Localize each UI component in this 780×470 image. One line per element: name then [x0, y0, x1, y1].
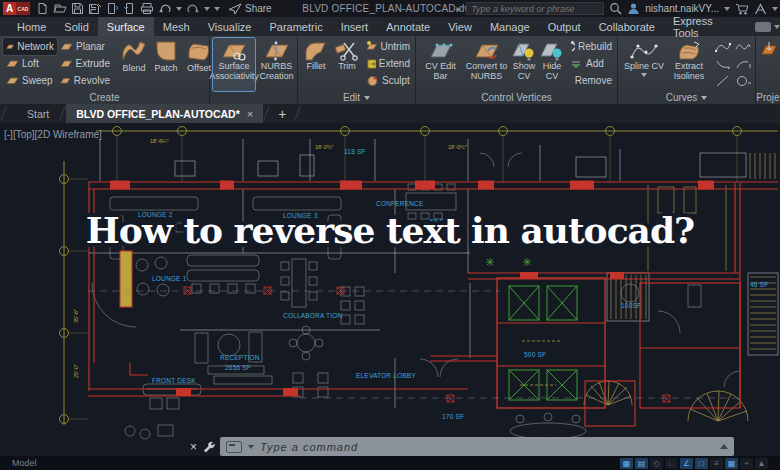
command-dropdown-icon[interactable] [248, 445, 254, 449]
sweep-button[interactable]: Sweep [3, 72, 57, 89]
username[interactable]: nishant.naikVY... [645, 3, 719, 14]
blend-button[interactable]: Blend [119, 38, 149, 91]
lineweight-toggle-icon[interactable]: ≡ [710, 458, 723, 469]
osnap-toggle-icon[interactable]: □ [695, 458, 708, 469]
grid-toggle-icon[interactable]: ▦ [620, 458, 633, 469]
fillet-button[interactable]: Fillet [301, 38, 331, 91]
new-file-icon[interactable] [36, 2, 49, 15]
panel-label-project[interactable]: Proje [756, 91, 780, 104]
ortho-toggle-icon[interactable]: ∟ [665, 458, 678, 469]
redo-dropdown-icon[interactable] [204, 7, 210, 11]
viewport-minimize-control[interactable]: [-] [4, 129, 13, 140]
model-space-label[interactable]: Model [12, 458, 37, 468]
new-drawing-tab-button[interactable]: + [270, 104, 294, 123]
line-icon[interactable] [715, 75, 731, 87]
spline-cv-button[interactable]: Spline CV [621, 38, 667, 91]
close-tab-icon[interactable]: × [247, 108, 253, 120]
patch-button[interactable]: Patch [151, 38, 181, 91]
circle-icon[interactable] [735, 75, 751, 87]
save-icon[interactable] [71, 2, 84, 15]
freehand-sketch-icon[interactable] [735, 41, 751, 53]
project-geometry-icon[interactable] [760, 40, 778, 60]
selection-cycling-icon[interactable]: + [740, 458, 753, 469]
qat-customize-icon[interactable] [214, 7, 220, 11]
polar-tracking-icon[interactable]: ∠ [680, 458, 693, 469]
command-input-bar[interactable]: Type a command [220, 437, 734, 456]
tab-insert[interactable]: Insert [332, 17, 378, 36]
close-command-line-icon[interactable]: × [190, 440, 197, 454]
save-as-icon[interactable] [88, 2, 102, 15]
extend-button[interactable]: Extend [363, 55, 413, 72]
transparency-toggle-icon[interactable]: ▦ [725, 458, 738, 469]
command-history-icon[interactable] [720, 444, 728, 449]
open-web-mobile-icon[interactable] [106, 2, 119, 15]
tab-output[interactable]: Output [539, 17, 590, 36]
tab-parametric[interactable]: Parametric [260, 17, 331, 36]
recent-commands-icon[interactable] [226, 441, 242, 453]
panel-label-create[interactable]: Create [0, 91, 209, 104]
tab-view[interactable]: View [439, 17, 481, 36]
tab-surface[interactable]: Surface [98, 17, 154, 36]
panel-label-edit[interactable]: Edit [298, 91, 415, 104]
tab-annotate[interactable]: Annotate [377, 17, 439, 36]
tab-solid[interactable]: Solid [55, 17, 97, 36]
quick-access-toolbar [36, 2, 220, 15]
tab-collaborate[interactable]: Collaborate [590, 17, 664, 36]
add-button[interactable]: Add [567, 55, 615, 72]
planar-button[interactable]: Planar [57, 38, 113, 55]
show-cv-button[interactable]: Show CV [511, 38, 537, 91]
viewport-visual-style-control[interactable]: [2D Wireframe] [35, 129, 102, 140]
snap-toggle-icon[interactable]: ▤ [635, 458, 648, 469]
search-input[interactable] [466, 2, 604, 15]
redo-icon[interactable] [186, 3, 200, 15]
remove-button[interactable]: Remove [567, 72, 615, 89]
sculpt-button[interactable]: Sculpt [363, 72, 413, 89]
tab-home[interactable]: Home [8, 17, 55, 36]
autodesk-a-icon[interactable] [754, 3, 767, 15]
convert-to-nurbs-button[interactable]: Convert to NURBS [464, 38, 509, 91]
drawing-canvas[interactable]: [-][Top][2D Wireframe] 118 SF LOUNGE 2 L… [0, 123, 780, 470]
hide-cv-button[interactable]: Hide CV [539, 38, 565, 91]
loft-button[interactable]: Loft [3, 55, 57, 72]
arc-icon[interactable] [735, 58, 751, 70]
file-tab-start[interactable]: Start [17, 104, 59, 123]
undo-dropdown-icon[interactable] [176, 7, 182, 11]
untrim-button[interactable]: Untrim [363, 38, 413, 55]
command-prompt[interactable]: Type a command [260, 441, 358, 453]
rebuild-button[interactable]: Rebuild [567, 38, 615, 55]
tab-mesh[interactable]: Mesh [154, 17, 199, 36]
annotation-scale-icon[interactable]: ▲ [755, 458, 768, 469]
tab-express-tools[interactable]: Express Tools [664, 17, 741, 36]
search-icon[interactable] [609, 2, 622, 15]
open-file-icon[interactable] [53, 2, 67, 15]
floor-plan-drawing[interactable] [0, 123, 780, 470]
undo-icon[interactable] [158, 3, 172, 15]
ribbon-display-options-button[interactable] [755, 17, 780, 36]
revolve-button[interactable]: Revolve [57, 72, 113, 89]
spline-fit-icon[interactable] [715, 41, 731, 53]
save-web-mobile-icon[interactable] [123, 2, 136, 15]
trim-button[interactable]: Trim [333, 38, 361, 91]
surface-associativity-button[interactable]: Surface Associativity [213, 38, 255, 91]
cv-edit-bar-button[interactable]: CV Edit Bar [419, 38, 462, 91]
customize-wrench-icon[interactable] [202, 440, 215, 453]
panel-label-control-vertices[interactable]: Control Vertices [416, 91, 617, 104]
tab-manage[interactable]: Manage [481, 17, 539, 36]
search-expand-icon[interactable]: ▸ [456, 3, 461, 14]
extrude-button[interactable]: Extrude [57, 55, 113, 72]
user-dropdown-icon[interactable] [724, 7, 730, 11]
autocad-logo[interactable]: A CAD [3, 2, 30, 15]
autodesk-dropdown-icon[interactable] [772, 7, 778, 11]
tab-visualize[interactable]: Visualize [199, 17, 261, 36]
extract-isolines-button[interactable]: Extract Isolines [669, 38, 709, 91]
user-avatar-icon[interactable] [627, 2, 640, 15]
network-button[interactable]: Network [3, 38, 57, 55]
app-store-cart-icon[interactable] [735, 3, 749, 15]
panel-label-curves[interactable]: Curves [618, 91, 755, 104]
plot-icon[interactable] [140, 2, 154, 15]
viewport-view-control[interactable]: [Top] [13, 129, 35, 140]
nurbs-creation-button[interactable]: NURBS Creation [258, 38, 295, 91]
file-tab-drawing[interactable]: BLVD OFFICE_PLAN-AUTOCAD* × [66, 104, 263, 123]
infer-constraints-icon[interactable]: ◇ [650, 458, 663, 469]
blend-curve-icon[interactable] [715, 58, 731, 70]
